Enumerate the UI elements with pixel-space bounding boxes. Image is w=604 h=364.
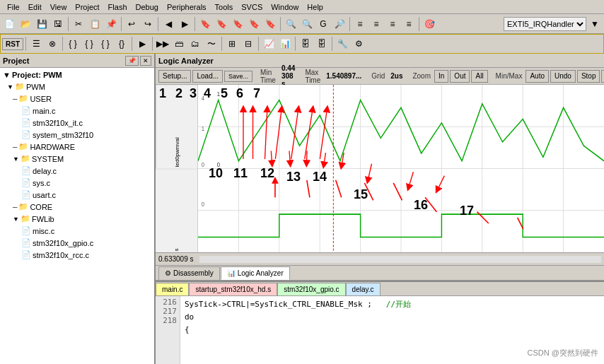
waveform-canvas[interactable]: 4 1 0 0 1 0 [198,85,604,252]
tree-sys[interactable]: 📄 sys.c [1,177,153,189]
undo-la-btn[interactable]: Undo [550,70,576,83]
menu-file[interactable]: File [3,1,24,13]
undo-toolbar-btn[interactable]: ↩ [124,16,139,32]
bookmark3-btn[interactable]: 🔖 [230,16,245,32]
signal-label-2: s [156,169,197,253]
tree-core[interactable]: ─ 📁 CORE [1,201,153,213]
db2-btn[interactable]: 🗄 [314,36,330,52]
wave-btn[interactable]: 〜 [204,36,219,52]
tree-fwlib[interactable]: ▼ 📁 FWLib [1,213,153,225]
paste-btn[interactable]: 📌 [103,16,119,32]
tree-system-folder[interactable]: ▼ 📁 SYSTEM [1,153,153,165]
tab-disassembly[interactable]: ⚙ Disassembly [158,266,220,280]
handler-select[interactable]: EXTI5_IRQHandler [504,17,586,31]
scope2-btn[interactable]: 📊 [277,36,293,52]
settings-btn[interactable]: 🔧 [335,36,350,52]
menu-tools[interactable]: Tools [211,1,238,13]
bookmark5-btn[interactable]: 🔖 [262,16,278,32]
panel-close-btn[interactable]: ✕ [140,56,151,66]
target-btn[interactable]: 🎯 [422,16,437,32]
save-btn-la[interactable]: Save... [224,71,252,82]
auto-btn[interactable]: Auto [525,70,549,83]
sep1 [68,17,69,31]
handler-dropdown[interactable]: ▼ [587,16,603,32]
menu-project[interactable]: Project [71,1,103,13]
menu-debug[interactable]: Debug [132,1,163,13]
tree-mainc[interactable]: 📄 main.c [1,105,153,117]
source-tab-startup[interactable]: startup_stm32f10x_hd.s [189,283,277,295]
zoom-out-btn[interactable]: Out [450,70,470,83]
debug-stop-btn[interactable]: ⊗ [45,36,60,52]
bookmark4-btn[interactable]: 🔖 [246,16,262,32]
source-tab-delay[interactable]: delay.c [346,283,381,295]
arrow-btn[interactable]: ▶ [134,36,150,52]
grid-btn[interactable]: ⊞ [224,36,240,52]
grep-btn[interactable]: G [315,16,331,32]
tree-usart[interactable]: 📄 usart.c [1,189,153,201]
tree-pwm[interactable]: ▼ 📁 PWM [1,81,153,93]
panel-pin-btn[interactable]: 📌 [125,56,139,66]
zoom-all-btn[interactable]: All [471,70,487,83]
menu-svcs[interactable]: SVCS [237,1,267,13]
bookmark-btn[interactable]: 🔖 [197,16,213,32]
bookmark2-btn[interactable]: 🔖 [214,16,229,32]
run-btn[interactable]: ▶▶ [155,36,170,52]
scope-btn[interactable]: 📈 [261,36,277,52]
source-tab-gpio[interactable]: stm32f10x_gpio.c [277,283,345,295]
clear-la-btn[interactable]: Cle... [601,70,604,83]
code-line-217: do [185,310,600,323]
nav-back-btn[interactable]: ◀ [161,16,176,32]
indent4-btn[interactable]: ≡ [401,16,417,32]
tree-rcc[interactable]: 📄 stm32f10x_rcc.c [1,249,153,261]
menu-edit[interactable]: Edit [24,1,46,13]
indent-btn[interactable]: ≡ [352,16,368,32]
rst-button[interactable]: RST [2,38,23,50]
project-panel-title: Project [3,57,29,65]
max-time-value: 1.540897... [324,72,364,80]
nav-fwd-btn[interactable]: ▶ [177,16,192,32]
db-btn[interactable]: 🗄 [298,36,313,52]
load-btn[interactable]: Load... [192,70,223,83]
source-tab-main[interactable]: main.c [156,283,189,295]
new-btn[interactable]: 📄 [1,16,17,32]
save-all-btn[interactable]: 🖫 [50,16,66,32]
cut-btn[interactable]: ✂ [71,16,86,32]
tree-it[interactable]: 📄 stm32f10x_it.c [1,117,153,129]
tree-gpio[interactable]: 📄 stm32f10x_gpio.c [1,237,153,249]
tree-system[interactable]: 📄 system_stm32f10 [1,129,153,141]
indent3-btn[interactable]: ≡ [385,16,400,32]
tree-delay[interactable]: 📄 delay.c [1,165,153,177]
menu-flash[interactable]: Flash [104,1,132,13]
redo-toolbar-btn[interactable]: ↪ [140,16,156,32]
menu-help[interactable]: Help [303,1,327,13]
menu-window[interactable]: Window [267,1,303,13]
tab-logic-analyzer[interactable]: 📊 Logic Analyzer [221,266,290,280]
open-btn[interactable]: 📂 [18,16,33,32]
menu-peripherals[interactable]: Peripherals [163,1,211,13]
tree-misc[interactable]: 📄 misc.c [1,225,153,237]
stop-la-btn[interactable]: Stop [577,70,600,83]
search2-btn[interactable]: 🔍 [299,16,315,32]
settings2-btn[interactable]: ⚙ [351,36,366,52]
copy-btn[interactable]: 📋 [87,16,103,32]
waveform-scrollbar-area[interactable] [199,256,602,263]
brace-btn3[interactable]: { } [98,36,113,52]
save-btn[interactable]: 💾 [34,16,50,32]
brace-btn1[interactable]: { } [65,36,81,52]
source-tab-delay-label: delay.c [352,286,374,293]
search-btn[interactable]: 🔍 [283,16,298,32]
mem-btn[interactable]: 🗃 [171,36,187,52]
search3-btn[interactable]: 🔎 [332,16,347,32]
mem2-btn[interactable]: 🗂 [187,36,203,52]
brace-btn2[interactable]: { } [81,36,97,52]
indent2-btn[interactable]: ≡ [368,16,384,32]
setup-btn[interactable]: Setup... [158,70,191,83]
grid2-btn[interactable]: ⊟ [240,36,256,52]
tree-root[interactable]: ▼ Project: PWM [1,69,153,81]
zoom-in-btn[interactable]: In [434,70,448,83]
tree-user[interactable]: ─ 📁 USER [1,93,153,105]
tree-hardware[interactable]: ─ 📁 HARDWARE [1,141,153,153]
menu-view[interactable]: View [46,1,71,13]
brace-btn4[interactable]: {} [114,36,129,52]
debug-btn1[interactable]: ☰ [28,36,44,52]
